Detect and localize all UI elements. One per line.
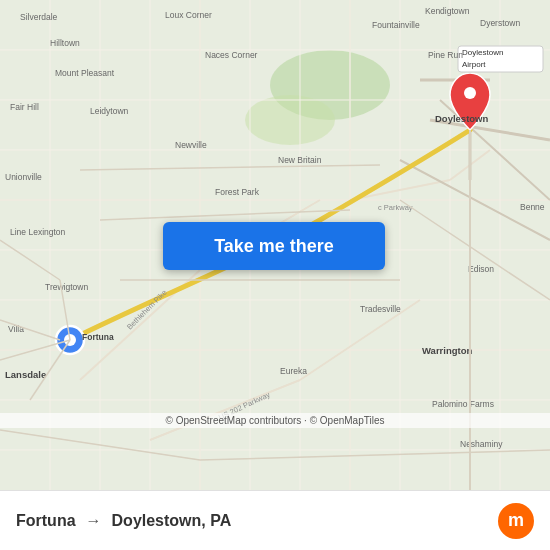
map-attribution: © OpenStreetMap contributors · © OpenMap…: [0, 413, 550, 428]
take-me-there-button[interactable]: Take me there: [163, 222, 385, 270]
svg-text:Warrington: Warrington: [422, 345, 473, 356]
svg-text:Unionville: Unionville: [5, 172, 42, 182]
svg-text:Loux Corner: Loux Corner: [165, 10, 212, 20]
svg-text:Naces Corner: Naces Corner: [205, 50, 258, 60]
svg-text:Fair Hill: Fair Hill: [10, 102, 39, 112]
svg-text:New Britain: New Britain: [278, 155, 322, 165]
arrow-icon: →: [86, 512, 102, 530]
svg-point-2: [245, 95, 335, 145]
svg-text:Trewigtown: Trewigtown: [45, 282, 88, 292]
svg-text:Eureka: Eureka: [280, 366, 307, 376]
svg-text:Kendigtown: Kendigtown: [425, 6, 470, 16]
svg-text:Edison: Edison: [468, 264, 494, 274]
moovit-logo-circle: m: [498, 503, 534, 539]
svg-text:Fortuna: Fortuna: [82, 332, 114, 342]
svg-text:Line Lexington: Line Lexington: [10, 227, 66, 237]
bottom-bar: Fortuna → Doylestown, PA m: [0, 490, 550, 550]
svg-text:Doylestown: Doylestown: [462, 48, 503, 57]
svg-point-38: [464, 87, 476, 99]
svg-text:Silverdale: Silverdale: [20, 12, 58, 22]
svg-text:Pine Run: Pine Run: [428, 50, 463, 60]
svg-text:Benne: Benne: [520, 202, 545, 212]
svg-text:Fountainville: Fountainville: [372, 20, 420, 30]
svg-text:Newville: Newville: [175, 140, 207, 150]
svg-text:Lansdale: Lansdale: [5, 369, 46, 380]
svg-text:Hilltown: Hilltown: [50, 38, 80, 48]
svg-text:Leidytown: Leidytown: [90, 106, 129, 116]
svg-text:Neshaminy: Neshaminy: [460, 439, 503, 449]
map-container: Doylestown Airport Silverdale Hilltown L…: [0, 0, 550, 490]
svg-text:Palomino Farms: Palomino Farms: [432, 399, 494, 409]
svg-text:Dyerstown: Dyerstown: [480, 18, 520, 28]
destination-label: Doylestown, PA: [112, 512, 232, 530]
moovit-logo: m: [498, 503, 534, 539]
svg-text:Airport: Airport: [462, 60, 486, 69]
svg-text:Forest Park: Forest Park: [215, 187, 260, 197]
origin-label: Fortuna: [16, 512, 76, 530]
svg-text:Doylestown: Doylestown: [435, 113, 489, 124]
svg-text:Mount Pleasant: Mount Pleasant: [55, 68, 115, 78]
svg-text:Tradesville: Tradesville: [360, 304, 401, 314]
